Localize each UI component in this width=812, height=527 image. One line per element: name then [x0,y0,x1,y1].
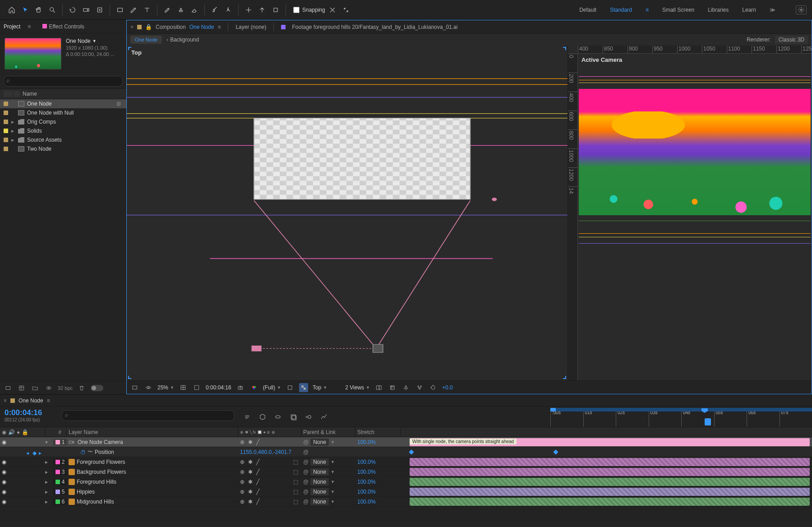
stretch-value[interactable]: 100.0% [357,499,376,505]
effects-icon[interactable]: ✱ [248,439,254,445]
roi-icon[interactable] [286,383,295,392]
renderer-value[interactable]: Classic 3D [775,36,808,44]
brush-tool-icon[interactable] [161,4,174,16]
layer-name[interactable]: One Node Camera [78,439,123,445]
project-tab[interactable]: Project [4,23,20,30]
resolution-dropdown[interactable]: (Full)▼ [263,384,281,391]
type-tool-icon[interactable] [141,4,153,16]
timeline-tab-menu-icon[interactable]: ≡ [47,398,50,404]
effects-icon[interactable]: ✱ [248,479,254,485]
new-comp-icon[interactable] [17,384,26,393]
home-icon[interactable] [5,4,18,16]
keyframe-icon[interactable] [409,449,414,454]
parent-dropdown[interactable]: None [310,458,329,466]
parent-link-header[interactable]: Parent & Link [301,427,355,437]
effects-icon[interactable]: ✱ [248,499,254,505]
visibility-icon[interactable]: ◉ [2,489,8,495]
layer-color[interactable] [55,440,60,444]
workspace-menu-icon[interactable]: ≡ [646,7,649,13]
layer-name[interactable]: Hippies [77,489,95,495]
stretch-value[interactable]: 100.0% [357,469,376,475]
close-timeline-tab-icon[interactable]: × [4,398,7,404]
name-column[interactable]: Name [21,91,123,97]
visibility-icon[interactable]: ◉ [2,499,8,505]
bpc-label[interactable]: 32 bpc [58,385,73,391]
workspace-standard[interactable]: Standard [610,7,632,13]
roto-brush-tool-icon[interactable] [208,4,221,16]
view-axis-icon[interactable] [269,4,282,16]
zoom-dropdown[interactable]: 25%▼ [157,384,174,391]
layer-name[interactable]: Foreground Hills [77,479,116,485]
layer-color[interactable] [55,460,60,464]
collapse-icon[interactable]: ╱ [256,469,263,475]
timeline-search-input[interactable] [61,410,235,421]
snapshot-icon[interactable] [236,383,245,392]
layer-color[interactable] [55,470,60,474]
layer-name-header[interactable]: Layer Name [67,427,238,437]
composition-link[interactable]: One Node [189,24,214,30]
viewport-active-camera[interactable]: 4008509009501000105011001150120012501300… [568,46,812,380]
workspace-small-screen[interactable]: Small Screen [662,7,694,13]
3d-layer-icon[interactable]: ⬚ [293,479,300,485]
expand-icon[interactable]: ▸ [10,128,15,134]
project-item[interactable]: ▸ Solids [0,126,126,135]
layer-name[interactable]: Background Flowers [77,469,126,475]
shy-icon[interactable]: ⊕ [240,489,246,495]
parent-dropdown[interactable]: None [310,478,329,485]
parent-dropdown[interactable]: None [310,439,329,446]
stretch-header[interactable]: Stretch [355,427,401,437]
effects-icon[interactable]: ✱ [248,489,254,495]
project-item[interactable]: One Node ⊞ [0,99,126,108]
project-item[interactable]: ▸ Source Assets [0,135,126,144]
effects-icon[interactable]: ✱ [248,459,254,465]
stopwatch-icon[interactable]: ⏱ [80,449,86,455]
magnification-icon[interactable] [144,383,153,392]
3d-view-dropdown[interactable]: Top▼ [313,384,327,391]
parent-dropdown[interactable]: None [310,488,329,495]
shy-icon[interactable]: ⊕ [240,469,246,475]
eraser-tool-icon[interactable] [188,4,201,16]
layer-bar[interactable] [410,498,810,506]
expand-layer-icon[interactable]: ▾ [45,439,50,445]
layer-row[interactable]: ◉ ▸ 5 Hippies ⊕ ✱ ╱ ⬚ @ None ▼ 100.0% [0,487,812,497]
selection-tool-icon[interactable] [19,4,32,16]
collapse-icon[interactable]: ╱ [256,439,263,445]
audio-switch-icon[interactable]: 🔊 [8,429,15,435]
reset-exposure-icon[interactable] [429,383,438,392]
visibility-icon[interactable]: ◉ [2,439,8,445]
collapse-icon[interactable]: ╱ [256,459,263,465]
draft-3d-icon[interactable] [258,412,267,421]
3d-layer-icon[interactable]: ⬚ [293,499,300,505]
project-toggle[interactable] [91,385,103,391]
channel-icon[interactable] [249,383,258,392]
pickwhip-icon[interactable]: @ [303,459,309,465]
lock-icon[interactable]: 🔒 [145,24,152,30]
always-preview-icon[interactable] [130,383,139,392]
snapping-toggle[interactable]: Snapping [293,7,325,13]
layer-none-label[interactable]: Layer (none) [235,24,266,30]
shy-icon[interactable]: ⊕ [240,439,246,445]
effects-icon[interactable]: ✱ [248,469,254,475]
flowchart-icon[interactable]: ⊞ [116,101,123,107]
shy-icon[interactable]: ⊕ [240,479,246,485]
puppet-tool-icon[interactable] [222,4,235,16]
graph-icon[interactable]: 〜 [88,448,93,456]
visibility-icon[interactable]: ◉ [2,459,8,465]
expand-layer-icon[interactable]: ▸ [45,479,50,485]
layer-color[interactable] [55,480,60,484]
crumb-one-node[interactable]: One Node [130,36,162,44]
snap-edge-icon[interactable] [326,4,339,16]
crumb-background[interactable]: Background [170,37,199,43]
project-search-input[interactable] [4,76,123,87]
3d-layer-icon[interactable]: ⬚ [293,489,300,495]
layer-row[interactable]: ◉ ▸ 2 Foreground Flowers ⊕ ✱ ╱ ⬚ @ None … [0,457,812,467]
effect-controls-tab[interactable]: Effect Controls [49,23,84,30]
snap-collapse-icon[interactable] [340,4,352,16]
clone-stamp-tool-icon[interactable] [175,4,187,16]
share-view-icon[interactable] [374,383,383,392]
layer-row[interactable]: ◉ ▾ 1 One Node Camera ⊕ ✱ ╱ @ None ▼ 100… [0,437,812,447]
parent-dropdown[interactable]: None [310,498,329,505]
rectangle-tool-icon[interactable] [114,4,126,16]
fast-previews-icon[interactable] [401,383,411,392]
frame-blend-icon[interactable] [289,412,298,421]
